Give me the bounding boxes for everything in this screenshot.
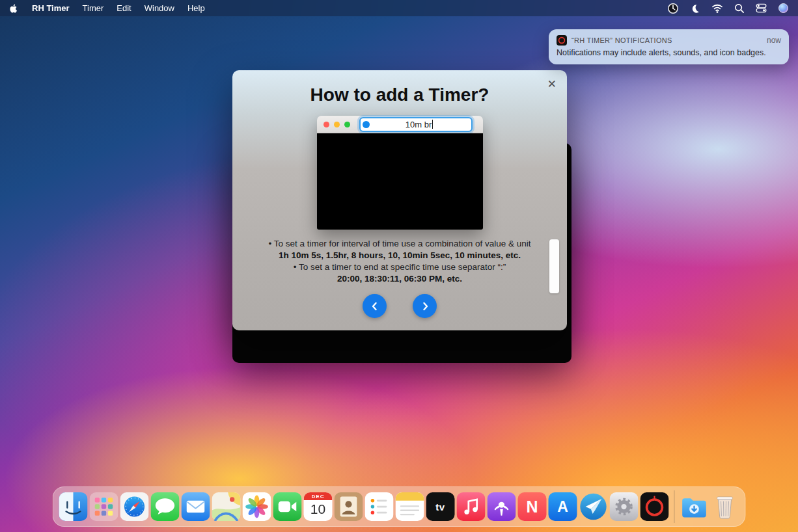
dock-icon-system-preferences[interactable]: [610, 492, 639, 521]
dialog-nav: [232, 294, 567, 318]
instructions-text: • To set a timer for interval of time us…: [247, 238, 553, 285]
dock-icon-photos[interactable]: [243, 492, 271, 521]
demo-window-titlebar: 10m br: [317, 116, 483, 133]
prev-button[interactable]: [363, 294, 387, 318]
dock-icon-downloads[interactable]: [680, 492, 709, 521]
dock-icon-notes[interactable]: [396, 492, 424, 521]
text-caret: [432, 120, 433, 129]
dock-icon-maps[interactable]: [212, 492, 241, 521]
apple-menu-icon[interactable]: [9, 3, 18, 14]
news-letter: N: [526, 498, 538, 516]
dock-icon-launchpad[interactable]: [90, 492, 118, 521]
menu-edit[interactable]: Edit: [117, 3, 131, 13]
timer-menu-extra-icon[interactable]: [667, 3, 679, 14]
dock-icon-safari[interactable]: [120, 492, 149, 521]
dock-icon-trash[interactable]: [711, 492, 739, 521]
demo-window-body: [317, 133, 483, 230]
app-menu-rh-timer[interactable]: RH Timer: [32, 3, 70, 13]
dock-icon-apple-tv[interactable]: tv: [426, 492, 455, 521]
dock-icon-podcasts[interactable]: [488, 492, 516, 521]
rh-timer-app-icon: [557, 35, 567, 46]
instruction-line: • To set a timer to end at specific time…: [247, 261, 553, 273]
control-center-icon[interactable]: [756, 3, 767, 14]
dock-separator: [674, 490, 675, 523]
dock-icon-contacts[interactable]: [335, 492, 363, 521]
dock-icon-news[interactable]: N: [518, 492, 547, 521]
dock-icon-messages[interactable]: [151, 492, 180, 521]
notification-header: “RH TIMER” NOTIFICATIONS now: [557, 35, 781, 46]
dock-icon-mail[interactable]: [182, 492, 210, 521]
dock-icon-calendar[interactable]: DEC 10: [304, 492, 333, 521]
menu-timer[interactable]: Timer: [83, 3, 104, 13]
instruction-line: 1h 10m 5s, 1.5hr, 8 hours, 10, 10min 5se…: [247, 250, 553, 261]
app-store-letter: A: [557, 498, 568, 516]
do-not-disturb-moon-icon[interactable]: [690, 3, 700, 14]
calendar-month: DEC: [304, 492, 333, 500]
wifi-icon[interactable]: [711, 3, 723, 14]
desktop-wallpaper: RH Timer Timer Edit Window Help: [0, 0, 798, 532]
menu-window[interactable]: Window: [144, 3, 174, 13]
dock-icon-blue-app[interactable]: [579, 492, 608, 521]
close-icon[interactable]: ✕: [547, 79, 557, 90]
menu-bar: RH Timer Timer Edit Window Help: [0, 0, 798, 16]
dock-icon-finder[interactable]: [59, 492, 88, 521]
menu-help[interactable]: Help: [187, 3, 205, 13]
traffic-light-close-icon: [323, 122, 329, 127]
timer-dot-icon: [363, 121, 370, 128]
tutorial-demo-window: 10m br: [317, 116, 483, 230]
timer-input-value: 10m br: [406, 120, 432, 129]
notification-time: now: [767, 36, 781, 45]
calendar-day: 10: [310, 500, 325, 518]
dock-icon-app-store[interactable]: A: [549, 492, 577, 521]
how-to-add-timer-dialog: How to add a Timer? ✕ 10m br • To set a …: [232, 70, 567, 330]
traffic-light-minimize-icon: [334, 122, 340, 127]
spotlight-search-icon[interactable]: [734, 3, 745, 14]
dock-icon-music[interactable]: [457, 492, 486, 521]
notification-body: Notifications may include alerts, sounds…: [557, 47, 781, 58]
dialog-title: How to add a Timer?: [232, 70, 567, 105]
scrollbar-thumb[interactable]: [549, 239, 559, 293]
timer-input-field: 10m br: [359, 117, 473, 132]
dock-icon-reminders[interactable]: [365, 492, 394, 521]
traffic-light-zoom-icon: [344, 122, 350, 127]
dock-icon-rh-timer[interactable]: [640, 492, 669, 521]
dock-icon-facetime[interactable]: [273, 492, 302, 521]
dock: DEC 10 tv N A: [53, 486, 746, 527]
tv-logo-text: tv: [435, 501, 445, 512]
next-button[interactable]: [413, 294, 437, 318]
notification-title: “RH TIMER” NOTIFICATIONS: [571, 36, 762, 44]
instruction-line: 20:00, 18:30:11, 06:30 PM, etc.: [247, 273, 553, 285]
menu-bar-status-area: [667, 3, 789, 14]
notification-banner[interactable]: “RH TIMER” NOTIFICATIONS now Notificatio…: [549, 29, 789, 64]
instruction-line: • To set a timer for interval of time us…: [247, 238, 553, 250]
siri-icon[interactable]: [778, 3, 789, 14]
